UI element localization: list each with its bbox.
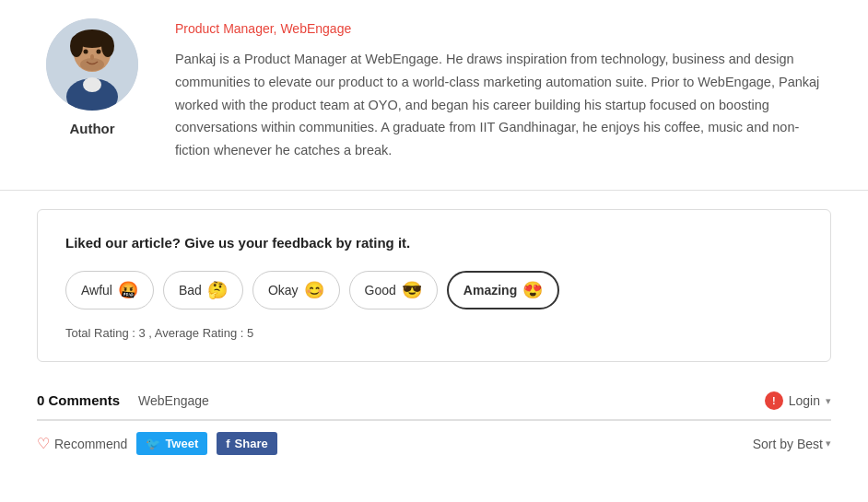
login-button[interactable]: ! Login ▾ xyxy=(765,391,831,411)
login-icon: ! xyxy=(765,391,783,410)
awful-label: Awful xyxy=(81,283,112,298)
comments-site: WebEngage xyxy=(138,391,209,411)
comments-count: 0 Comments xyxy=(37,390,120,412)
svg-point-5 xyxy=(70,35,83,57)
svg-point-9 xyxy=(97,50,101,54)
rating-buttons: Awful 🤬 Bad 🤔 Okay 😊 Good 😎 Amazing 😍 xyxy=(65,271,803,309)
svg-point-8 xyxy=(84,50,88,54)
author-bio: Pankaj is a Product Manager at WebEngage… xyxy=(175,48,831,161)
okay-label: Okay xyxy=(268,283,299,298)
rating-stats: Total Rating : 3 , Average Rating : 5 xyxy=(65,324,803,344)
rating-section: Liked our article? Give us your feedback… xyxy=(37,209,831,363)
author-info: Product Manager, WebEngage Pankaj is a P… xyxy=(175,18,831,162)
svg-point-6 xyxy=(101,35,114,57)
tweet-button[interactable]: 🐦 Tweet xyxy=(136,432,207,455)
share-button[interactable]: f Share xyxy=(217,432,276,455)
bad-emoji: 🤔 xyxy=(207,280,228,300)
recommend-button[interactable]: ♡ Recommend xyxy=(37,435,127,452)
login-chevron-icon: ▾ xyxy=(826,393,831,410)
section-divider xyxy=(0,190,868,191)
tweet-label: Tweet xyxy=(165,437,198,450)
bad-label: Bad xyxy=(179,283,202,298)
rating-title: Liked our article? Give us your feedback… xyxy=(65,232,803,254)
svg-point-10 xyxy=(90,54,94,60)
comments-section: 0 Comments WebEngage ! Login ▾ ♡ Recomme… xyxy=(0,380,868,455)
comments-actions: ♡ Recommend 🐦 Tweet f Share Sort by Best… xyxy=(37,432,831,455)
rating-good-button[interactable]: Good 😎 xyxy=(349,271,438,309)
page-container: Author Product Manager, WebEngage Pankaj… xyxy=(0,0,868,455)
sort-label: Sort by Best xyxy=(753,437,823,451)
avatar-image xyxy=(46,18,138,111)
author-section: Author Product Manager, WebEngage Pankaj… xyxy=(0,0,868,190)
recommend-label: Recommend xyxy=(54,437,127,451)
login-label: Login xyxy=(789,391,820,411)
awful-emoji: 🤬 xyxy=(118,280,138,300)
avatar xyxy=(46,18,138,111)
amazing-emoji: 😍 xyxy=(522,280,543,300)
rating-awful-button[interactable]: Awful 🤬 xyxy=(65,271,154,309)
facebook-icon: f xyxy=(226,437,229,450)
comments-header: 0 Comments WebEngage ! Login ▾ xyxy=(37,390,831,421)
author-title: Product Manager, WebEngage xyxy=(175,18,831,39)
rating-okay-button[interactable]: Okay 😊 xyxy=(252,271,340,309)
svg-point-2 xyxy=(83,77,101,92)
sort-button[interactable]: Sort by Best ▾ xyxy=(753,437,831,451)
sort-chevron-icon: ▾ xyxy=(826,438,831,449)
heart-icon: ♡ xyxy=(37,435,50,452)
share-label: Share xyxy=(235,437,268,450)
good-label: Good xyxy=(365,283,396,298)
author-left: Author xyxy=(37,18,147,140)
twitter-icon: 🐦 xyxy=(146,437,160,450)
amazing-label: Amazing xyxy=(463,283,517,298)
rating-amazing-button[interactable]: Amazing 😍 xyxy=(447,271,559,309)
okay-emoji: 😊 xyxy=(304,280,324,300)
good-emoji: 😎 xyxy=(402,280,422,300)
author-label: Author xyxy=(69,118,114,140)
rating-bad-button[interactable]: Bad 🤔 xyxy=(163,271,243,309)
